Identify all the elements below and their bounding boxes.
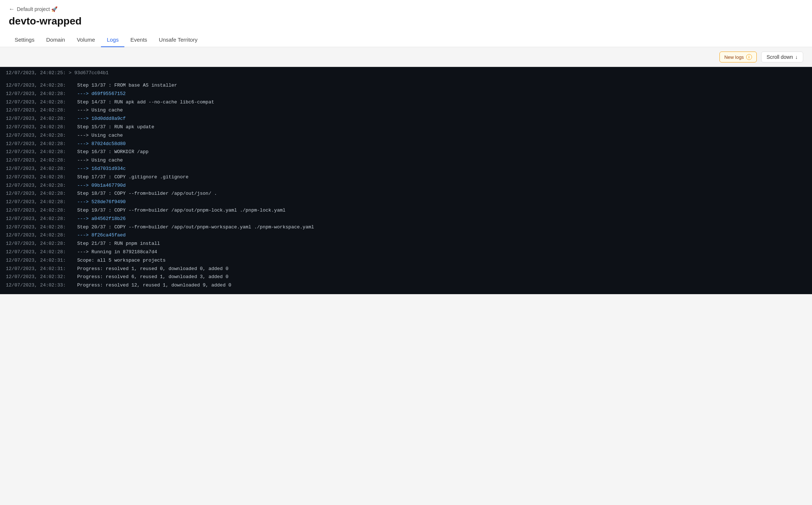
page-header: ← Default project 🚀 devto-wrapped Settin… — [0, 0, 812, 47]
log-timestamp: 12/07/2023, 24:02:28: — [6, 224, 69, 230]
log-timestamp: 12/07/2023, 24:02:28: — [6, 183, 69, 188]
tabs-list: SettingsDomainVolumeLogsEventsUnsafe Ter… — [9, 33, 803, 47]
new-logs-label: New logs — [724, 54, 744, 60]
log-content: ---> 16d7031d934c — [69, 166, 126, 171]
log-timestamp: 12/07/2023, 24:02:28: — [6, 208, 69, 213]
log-timestamp: 12/07/2023, 24:02:28: — [6, 232, 69, 238]
log-content: Step 15/37 : RUN apk update — [69, 124, 154, 130]
log-content: ---> d69f95567152 — [69, 91, 126, 96]
log-timestamp: 12/07/2023, 24:02:28: — [6, 83, 69, 88]
log-line: 12/07/2023, 24:02:33: Progress: resolved… — [6, 281, 806, 290]
log-content: Progress: resolved 6, reused 1, download… — [69, 274, 229, 280]
log-timestamp: 12/07/2023, 24:02:28: — [6, 166, 69, 171]
log-timestamp: 12/07/2023, 24:02:28: — [6, 249, 69, 255]
log-content: ---> 09b1a467790d — [69, 183, 126, 188]
log-timestamp: 12/07/2023, 24:02:28: — [6, 124, 69, 130]
log-line: 12/07/2023, 24:02:28: ---> d69f95567152 — [6, 90, 806, 98]
tab-logs[interactable]: Logs — [101, 33, 125, 47]
log-timestamp: 12/07/2023, 24:02:28: — [6, 216, 69, 221]
scroll-down-button[interactable]: Scroll down ↓ — [761, 52, 803, 62]
log-content: Step 19/37 : COPY --from=builder /app/ou… — [69, 208, 286, 213]
log-timestamp: 12/07/2023, 24:02:28: — [6, 174, 69, 180]
log-timestamp: 12/07/2023, 24:02:33: — [6, 282, 69, 288]
back-label: Default project 🚀 — [17, 6, 57, 12]
scroll-down-arrow-icon: ↓ — [795, 54, 798, 60]
log-timestamp: 12/07/2023, 24:02:28: — [6, 99, 69, 105]
log-content: ---> Using cache — [69, 107, 123, 113]
log-area: 12/07/2023, 24:02:25: > 93d677cc04b1 12/… — [0, 67, 812, 294]
log-content: Step 13/37 : FROM base AS installer — [69, 83, 177, 88]
log-content: ---> 528de76f9490 — [69, 199, 126, 205]
log-timestamp: 12/07/2023, 24:02:28: — [6, 133, 69, 138]
log-content: Progress: resolved 1, reused 0, download… — [69, 266, 229, 272]
log-content: Scope: all 5 workspace projects — [69, 258, 166, 263]
tab-settings[interactable]: Settings — [9, 33, 40, 47]
log-line: 12/07/2023, 24:02:28: ---> Using cache — [6, 132, 806, 140]
new-logs-badge[interactable]: New logs i — [719, 52, 756, 62]
back-arrow-icon: ← — [9, 6, 15, 12]
log-content: ---> 10d0ddd8a9cf — [69, 116, 126, 121]
log-line: 12/07/2023, 24:02:28: Step 20/37 : COPY … — [6, 223, 806, 232]
log-line: 12/07/2023, 24:02:28: ---> 528de76f9490 — [6, 198, 806, 206]
log-line: 12/07/2023, 24:02:28: Step 17/37 : COPY … — [6, 173, 806, 182]
log-line: 12/07/2023, 24:02:28: ---> 10d0ddd8a9cf — [6, 115, 806, 123]
log-lines: 12/07/2023, 24:02:28: Step 13/37 : FROM … — [6, 81, 806, 290]
log-line: 12/07/2023, 24:02:28: ---> Running in 87… — [6, 248, 806, 257]
log-line: 12/07/2023, 24:02:28: ---> 16d7031d934c — [6, 165, 806, 173]
log-line: 12/07/2023, 24:02:28: Step 18/37 : COPY … — [6, 190, 806, 198]
log-container[interactable]: 12/07/2023, 24:02:28: Step 13/37 : FROM … — [0, 77, 812, 294]
log-timestamp: 12/07/2023, 24:02:28: — [6, 116, 69, 121]
log-timestamp: 12/07/2023, 24:02:28: — [6, 91, 69, 96]
log-line: 12/07/2023, 24:02:32: Progress: resolved… — [6, 273, 806, 281]
log-line: 12/07/2023, 24:02:28: ---> Using cache — [6, 156, 806, 165]
log-toolbar: New logs i Scroll down ↓ — [0, 47, 812, 67]
log-content: Step 14/37 : RUN apk add --no-cache libc… — [69, 99, 214, 105]
log-line: 12/07/2023, 24:02:28: Step 14/37 : RUN a… — [6, 98, 806, 107]
info-icon: i — [746, 54, 752, 60]
log-content: Step 16/37 : WORKDIR /app — [69, 149, 149, 155]
log-line: 12/07/2023, 24:02:28: Step 21/37 : RUN p… — [6, 240, 806, 248]
scroll-down-label: Scroll down — [767, 54, 793, 60]
log-line: 12/07/2023, 24:02:28: ---> 09b1a467790d — [6, 182, 806, 190]
log-timestamp: 12/07/2023, 24:02:31: — [6, 258, 69, 263]
log-content: ---> Using cache — [69, 133, 123, 138]
log-content: Step 21/37 : RUN pnpm install — [69, 241, 160, 246]
tab-unsafe-territory[interactable]: Unsafe Territory — [153, 33, 203, 47]
log-line: 12/07/2023, 24:02:28: Step 19/37 : COPY … — [6, 206, 806, 215]
tab-navigation: SettingsDomainVolumeLogsEventsUnsafe Ter… — [9, 33, 803, 47]
log-content: ---> 87024dc58d80 — [69, 141, 126, 147]
log-timestamp: 12/07/2023, 24:02:28: — [6, 107, 69, 113]
log-content: Step 20/37 : COPY --from=builder /app/ou… — [69, 224, 314, 230]
log-line: 12/07/2023, 24:02:28: Step 16/37 : WORKD… — [6, 148, 806, 156]
log-line: 12/07/2023, 24:02:28: Step 13/37 : FROM … — [6, 81, 806, 90]
log-content: Step 18/37 : COPY --from=builder /app/ou… — [69, 191, 217, 196]
log-line: 12/07/2023, 24:02:28: ---> Using cache — [6, 106, 806, 115]
log-content: ---> 8f26ca45faed — [69, 232, 126, 238]
log-line: 12/07/2023, 24:02:31: Scope: all 5 works… — [6, 257, 806, 265]
tab-domain[interactable]: Domain — [40, 33, 71, 47]
log-line: 12/07/2023, 24:02:28: Step 15/37 : RUN a… — [6, 123, 806, 132]
log-content: ---> a04562f18b26 — [69, 216, 126, 221]
log-timestamp: 12/07/2023, 24:02:28: — [6, 157, 69, 163]
log-partial-top: 12/07/2023, 24:02:25: > 93d677cc04b1 — [0, 67, 812, 77]
log-content: Step 17/37 : COPY .gitignore .gitignore — [69, 174, 189, 180]
back-link[interactable]: ← Default project 🚀 — [9, 6, 803, 12]
log-timestamp: 12/07/2023, 24:02:28: — [6, 199, 69, 205]
log-line: 12/07/2023, 24:02:28: ---> 8f26ca45faed — [6, 231, 806, 240]
log-line: 12/07/2023, 24:02:28: ---> 87024dc58d80 — [6, 140, 806, 148]
log-timestamp: 12/07/2023, 24:02:28: — [6, 141, 69, 147]
log-content: ---> Running in 8792188ca7d4 — [69, 249, 157, 255]
log-timestamp: 12/07/2023, 24:02:28: — [6, 149, 69, 155]
log-line: 12/07/2023, 24:02:31: Progress: resolved… — [6, 265, 806, 273]
log-content: ---> Using cache — [69, 157, 123, 163]
log-content: Progress: resolved 12, reused 1, downloa… — [69, 282, 232, 288]
project-title: devto-wrapped — [9, 15, 803, 27]
log-timestamp: 12/07/2023, 24:02:31: — [6, 266, 69, 272]
tab-volume[interactable]: Volume — [71, 33, 101, 47]
log-line: 12/07/2023, 24:02:28: ---> a04562f18b26 — [6, 215, 806, 223]
log-timestamp: 12/07/2023, 24:02:28: — [6, 241, 69, 246]
log-partial-text: 12/07/2023, 24:02:25: > 93d677cc04b1 — [6, 70, 109, 76]
log-timestamp: 12/07/2023, 24:02:32: — [6, 274, 69, 280]
tab-events[interactable]: Events — [124, 33, 153, 47]
log-timestamp: 12/07/2023, 24:02:28: — [6, 191, 69, 196]
